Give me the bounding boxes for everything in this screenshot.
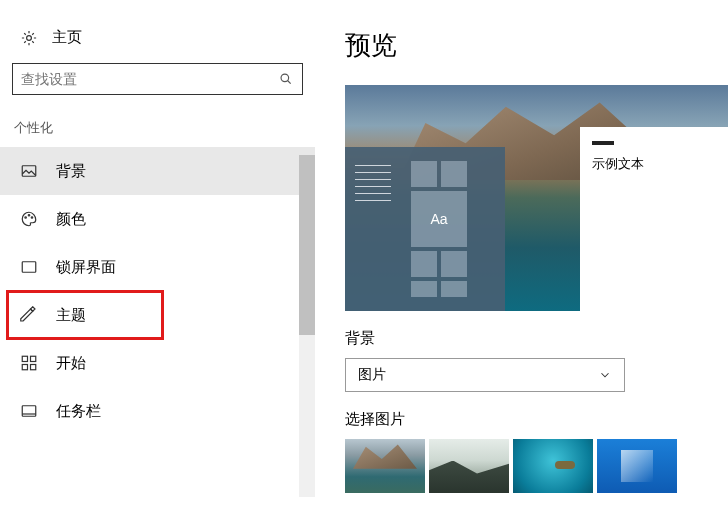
svg-rect-6 [22, 262, 36, 273]
picture-thumbnail[interactable] [513, 439, 593, 493]
home-label: 主页 [52, 28, 82, 47]
picture-thumbnails [345, 439, 728, 493]
sidebar-item-label: 颜色 [56, 210, 86, 229]
sidebar-item-start[interactable]: 开始 [0, 339, 315, 387]
sidebar-item-taskbar[interactable]: 任务栏 [0, 387, 315, 435]
palette-icon [20, 210, 38, 228]
picture-thumbnail[interactable] [429, 439, 509, 493]
settings-sidebar: 主页 个性化 背景 [0, 0, 315, 517]
svg-point-3 [25, 217, 27, 219]
main-content: 预览 Aa 示例文本 背景 图片 [315, 0, 728, 517]
svg-rect-2 [22, 166, 36, 177]
svg-point-4 [28, 215, 30, 217]
search-input[interactable] [21, 65, 278, 93]
background-type-dropdown[interactable]: 图片 [345, 358, 625, 392]
sidebar-item-label: 开始 [56, 354, 86, 373]
svg-rect-9 [22, 365, 27, 370]
svg-rect-10 [31, 365, 36, 370]
section-title: 个性化 [0, 109, 315, 147]
preview-tile-text: Aa [411, 191, 467, 247]
sidebar-item-label: 背景 [56, 162, 86, 181]
picture-thumbnail[interactable] [345, 439, 425, 493]
start-icon [20, 354, 38, 372]
svg-rect-7 [22, 356, 27, 361]
dropdown-value: 图片 [358, 366, 386, 384]
search-box[interactable] [12, 63, 303, 95]
scrollbar-thumb[interactable] [299, 155, 315, 335]
background-label: 背景 [345, 329, 728, 348]
taskbar-icon [20, 402, 38, 420]
sidebar-item-themes[interactable]: 主题 [0, 291, 315, 339]
sidebar-scrollbar[interactable] [299, 155, 315, 497]
preview-sample-text: 示例文本 [580, 155, 728, 173]
svg-rect-8 [31, 356, 36, 361]
preview-start-menu: Aa [345, 147, 505, 311]
sidebar-item-label: 主题 [56, 306, 86, 325]
lockscreen-icon [20, 258, 38, 276]
svg-point-1 [281, 74, 289, 82]
picture-thumbnail[interactable] [597, 439, 677, 493]
sidebar-item-lockscreen[interactable]: 锁屏界面 [0, 243, 315, 291]
choose-picture-label: 选择图片 [345, 410, 728, 429]
svg-rect-11 [22, 406, 36, 417]
desktop-preview: Aa 示例文本 [345, 85, 728, 311]
theme-icon [20, 306, 38, 324]
sidebar-item-background[interactable]: 背景 [0, 147, 315, 195]
svg-point-5 [31, 217, 33, 219]
sidebar-item-colors[interactable]: 颜色 [0, 195, 315, 243]
chevron-down-icon [598, 368, 612, 382]
svg-point-0 [27, 35, 32, 40]
gear-icon [20, 29, 38, 47]
sidebar-item-label: 锁屏界面 [56, 258, 116, 277]
home-button[interactable]: 主页 [0, 20, 315, 63]
preview-sample-window: 示例文本 [580, 127, 728, 311]
search-icon [278, 71, 294, 87]
picture-icon [20, 162, 38, 180]
sidebar-item-label: 任务栏 [56, 402, 101, 421]
page-title: 预览 [345, 28, 728, 63]
